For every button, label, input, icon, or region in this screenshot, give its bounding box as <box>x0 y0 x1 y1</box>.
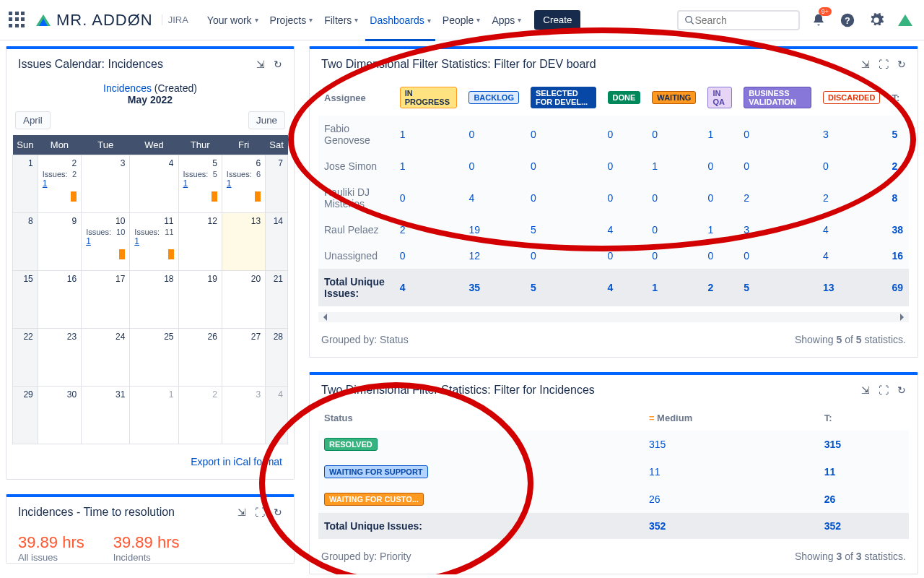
cal-day[interactable]: 4 <box>266 387 288 444</box>
stat-cell[interactable]: 0 <box>463 153 525 179</box>
stat-cell[interactable]: 0 <box>646 179 702 217</box>
grand-total[interactable]: 69 <box>886 269 909 306</box>
stat-cell[interactable]: 0 <box>702 153 738 179</box>
status-col[interactable]: IN PROGRESS <box>394 79 463 116</box>
status-col[interactable]: WAITING <box>646 79 702 116</box>
stat-cell[interactable]: 0 <box>702 243 738 269</box>
cal-day[interactable]: 29 <box>13 387 38 444</box>
stat-cell[interactable]: 11 <box>643 458 819 486</box>
stat-cell[interactable]: 1 <box>394 153 463 179</box>
status-col[interactable]: BACKLOG <box>463 79 525 116</box>
stat-cell[interactable]: 0 <box>525 179 602 217</box>
cal-day[interactable]: 15 <box>13 271 38 329</box>
stat-cell[interactable]: 0 <box>602 179 647 217</box>
total-cell[interactable]: 35 <box>463 269 525 306</box>
col-medium[interactable]: = Medium <box>643 405 819 431</box>
stat-cell[interactable]: 0 <box>602 116 647 153</box>
avatar[interactable] <box>895 10 915 30</box>
refresh-icon[interactable]: ↻ <box>274 59 282 70</box>
notifications-icon[interactable]: 9+ <box>808 10 829 30</box>
row-total[interactable]: 11 <box>819 458 909 486</box>
cal-day[interactable]: 24 <box>82 329 130 387</box>
refresh-icon[interactable]: ↻ <box>897 59 906 70</box>
cal-day[interactable]: 19 <box>178 271 222 329</box>
cal-day[interactable]: 1 <box>130 387 178 444</box>
stat-cell[interactable]: 0 <box>702 179 738 217</box>
status-col[interactable]: IN QA <box>702 79 738 116</box>
status-cell[interactable]: RESOLVED <box>318 431 643 458</box>
stat-cell[interactable]: 0 <box>602 153 647 179</box>
assignee-cell[interactable]: Raul Pelaez <box>318 217 394 243</box>
cal-day[interactable]: 23 <box>38 329 81 387</box>
cal-day[interactable]: 7 <box>266 155 288 213</box>
cal-day[interactable]: 8 <box>13 213 38 271</box>
stat-cell[interactable]: 0 <box>525 153 602 179</box>
status-col[interactable]: BUSINESS VALIDATION <box>738 79 817 116</box>
horizontal-scrollbar[interactable] <box>318 312 909 322</box>
status-cell[interactable]: WAITING FOR SUPPORT <box>318 458 643 486</box>
total-cell[interactable]: 1 <box>646 269 702 306</box>
minimize-icon[interactable]: ⇲ <box>861 59 870 70</box>
total-cell[interactable]: 4 <box>602 269 647 306</box>
stat-cell[interactable]: 4 <box>817 217 886 243</box>
cal-day[interactable]: 31 <box>82 387 130 444</box>
cal-day[interactable]: 11Issues:111 <box>130 213 178 271</box>
cal-day[interactable]: 5Issues:51 <box>178 155 222 213</box>
stat-cell[interactable]: 0 <box>394 243 463 269</box>
stat-cell[interactable]: 4 <box>463 179 525 217</box>
row-total[interactable]: 315 <box>819 431 909 458</box>
assignee-cell[interactable]: Jose Simon <box>318 153 394 179</box>
search-input[interactable] <box>694 14 793 26</box>
cal-day[interactable]: 17 <box>82 271 130 329</box>
row-total[interactable]: 8 <box>886 179 909 217</box>
cal-day[interactable]: 3 <box>82 155 130 213</box>
stat-cell[interactable]: 0 <box>817 153 886 179</box>
stat-cell[interactable]: 12 <box>463 243 525 269</box>
refresh-icon[interactable]: ↻ <box>897 384 906 396</box>
total-cell[interactable]: 5 <box>525 269 602 306</box>
cal-day[interactable]: 9 <box>38 213 81 271</box>
cal-day[interactable]: 20 <box>222 271 265 329</box>
nav-your-work[interactable]: Your work▾ <box>203 9 263 32</box>
app-switcher-icon[interactable] <box>9 12 26 29</box>
expand-icon[interactable]: ⛶ <box>879 59 889 70</box>
row-total[interactable]: 38 <box>886 217 909 243</box>
status-col[interactable]: DONE <box>602 79 647 116</box>
nav-dashboards[interactable]: Dashboards▾ <box>365 0 435 41</box>
refresh-icon[interactable]: ↻ <box>274 506 282 518</box>
cal-day[interactable]: 25 <box>130 329 178 387</box>
nav-apps[interactable]: Apps▾ <box>487 9 526 32</box>
row-total[interactable]: 16 <box>886 243 909 269</box>
stat-cell[interactable]: 1 <box>646 153 702 179</box>
stat-cell[interactable]: 0 <box>738 243 817 269</box>
export-ical-link[interactable]: Export in iCal format <box>191 456 282 467</box>
cal-day-today[interactable]: 13 <box>222 213 265 271</box>
cal-day[interactable]: 22 <box>13 329 38 387</box>
stat-cell[interactable]: 3 <box>817 116 886 153</box>
stat-cell[interactable]: 2 <box>817 179 886 217</box>
minimize-icon[interactable]: ⇲ <box>861 384 870 396</box>
cal-day[interactable]: 14 <box>266 213 288 271</box>
cal-day[interactable]: 16 <box>38 271 81 329</box>
cal-day[interactable]: 30 <box>38 387 81 444</box>
total-cell[interactable]: 13 <box>817 269 886 306</box>
settings-icon[interactable] <box>866 10 886 30</box>
stat-cell[interactable]: 1 <box>702 217 738 243</box>
calendar-filter-link[interactable]: Incidences <box>103 82 152 94</box>
create-button[interactable]: Create <box>534 10 580 30</box>
cal-day[interactable]: 28 <box>266 329 288 387</box>
prev-month-button[interactable]: April <box>15 111 51 129</box>
stat-cell[interactable]: 4 <box>602 217 647 243</box>
stat-cell[interactable]: 1 <box>702 116 738 153</box>
next-month-button[interactable]: June <box>248 111 285 129</box>
stat-cell[interactable]: 0 <box>525 116 602 153</box>
row-total[interactable]: 5 <box>886 116 909 153</box>
stat-cell[interactable]: 0 <box>646 217 702 243</box>
stat-cell[interactable]: 0 <box>646 116 702 153</box>
stat-cell[interactable]: 0 <box>738 116 817 153</box>
nav-people[interactable]: People▾ <box>438 9 485 32</box>
stat-cell[interactable]: 0 <box>738 153 817 179</box>
cal-day[interactable]: 2 <box>178 387 222 444</box>
stat-cell[interactable]: 0 <box>394 179 463 217</box>
stat-cell[interactable]: 4 <box>817 243 886 269</box>
